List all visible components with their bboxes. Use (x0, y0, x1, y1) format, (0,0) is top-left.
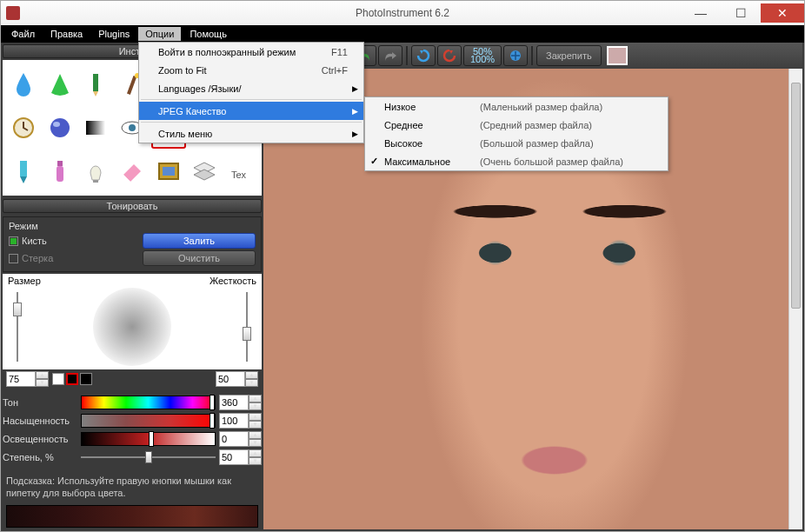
dd-menu-style[interactable]: Стиль меню▶ (139, 124, 363, 143)
tool-marker[interactable] (6, 150, 41, 192)
tool-frame[interactable] (151, 150, 186, 192)
menu-options[interactable]: Опции (138, 27, 181, 41)
svg-rect-0 (93, 74, 98, 91)
dd-quality-medium[interactable]: Среднее (Средний размер файла) (365, 116, 668, 134)
vertical-scrollbar[interactable] (788, 69, 802, 529)
fill-button[interactable]: Залить (143, 233, 256, 249)
zoom-indicator[interactable]: 50% 100% (463, 45, 502, 66)
size-input-box: ▲▼ (6, 371, 49, 387)
hardness-spinner[interactable]: ▲▼ (245, 371, 258, 387)
size-label: Размер (8, 276, 41, 286)
hardness-input[interactable] (216, 371, 245, 387)
sat-input[interactable] (219, 413, 249, 429)
lit-spinner[interactable]: ▲▼ (249, 431, 262, 447)
brush-preview-area: Размер Жесткость (3, 274, 262, 369)
pin-button[interactable]: Закрепить (536, 45, 602, 66)
dd-zoomfit[interactable]: Zoom to FitCtrl+F (139, 61, 363, 79)
amount-label: Степень, % (3, 452, 77, 462)
svg-point-13 (129, 124, 136, 131)
color-preview-strip (6, 505, 258, 528)
brush-checkbox[interactable] (9, 236, 18, 246)
amount-input[interactable] (219, 449, 249, 465)
app-window: PhotoInstrument 6.2 — ☐ ✕ Файл Правка Pl… (0, 0, 805, 532)
lit-input[interactable] (219, 431, 249, 447)
svg-point-9 (50, 118, 70, 137)
titlebar: PhotoInstrument 6.2 — ☐ ✕ (1, 1, 804, 25)
color-section: Тон ▲▼ Насыщенность ▲▼ Освещенность ▲▼ С… (3, 392, 262, 468)
zoom-bottom: 100% (470, 56, 495, 63)
size-slider[interactable] (10, 292, 25, 362)
svg-rect-26 (163, 167, 175, 176)
tool-text[interactable]: Tex (223, 150, 258, 192)
size-input[interactable] (6, 371, 36, 387)
dd-quality-high[interactable]: Высокое (Большой размер файла) (365, 134, 668, 152)
tool-layers[interactable] (188, 150, 223, 192)
dd-jpeg-quality[interactable]: JPEG Качество▶ (139, 102, 363, 120)
dd-fullscreen[interactable]: Войти в полноэкранный режимF11 (139, 43, 363, 61)
menu-file[interactable]: Файл (4, 27, 42, 41)
tool-gradient[interactable] (78, 107, 113, 149)
clear-button[interactable]: Очистить (143, 250, 256, 266)
tone-panel-title: Тонировать (3, 199, 262, 213)
lit-label: Освещенность (3, 434, 77, 444)
svg-rect-1 (127, 76, 136, 95)
hue-label: Тон (3, 397, 77, 408)
svg-text:Tex: Tex (231, 170, 247, 180)
menu-edit[interactable]: Правка (43, 27, 90, 41)
size-spinner[interactable]: ▲▼ (36, 371, 49, 387)
redo-button[interactable] (378, 45, 402, 66)
mode-label: Режим (9, 221, 256, 231)
dd-languages[interactable]: Languages /Языки/▶ (139, 79, 363, 97)
svg-rect-23 (57, 161, 63, 166)
menu-help[interactable]: Помощь (183, 27, 234, 41)
hue-slider[interactable] (81, 396, 216, 409)
amount-slider[interactable] (81, 450, 216, 464)
tool-bottle[interactable] (43, 150, 77, 192)
tool-pencil[interactable] (78, 63, 113, 105)
menubar: Файл Правка Plugins Опции Помощь (1, 25, 804, 43)
svg-rect-21 (20, 161, 27, 176)
window-title: PhotoInstrument 6.2 (1, 7, 804, 19)
tool-bulb[interactable] (78, 150, 113, 192)
swatch-white[interactable] (52, 373, 64, 385)
brush-preview (93, 288, 171, 366)
image-thumbnail[interactable] (607, 46, 628, 65)
mode-section: Режим Кисть Залить Стерка Очистить (3, 216, 262, 272)
hardness-input-box: ▲▼ (216, 371, 258, 387)
tool-cone[interactable] (43, 63, 77, 105)
sat-label: Насыщенность (3, 416, 77, 426)
hardness-label: Жесткость (210, 276, 256, 286)
eraser-checkbox[interactable] (9, 254, 18, 263)
jpeg-quality-submenu: Низкое (Маленький размер файла) Среднее … (364, 96, 669, 171)
tool-sphere[interactable] (43, 107, 77, 149)
svg-rect-24 (93, 180, 98, 183)
zoom-fit-button[interactable] (503, 45, 528, 66)
swatch-black[interactable] (80, 373, 92, 385)
svg-rect-22 (57, 166, 63, 182)
hue-spinner[interactable]: ▲▼ (249, 395, 262, 410)
svg-point-10 (53, 122, 60, 127)
swatch-black-selected[interactable] (66, 373, 78, 385)
tool-clock[interactable] (6, 107, 41, 149)
dd-quality-max[interactable]: Максимальное (Очень большой размер файла… (365, 152, 668, 170)
tool-drop[interactable] (6, 63, 41, 105)
sat-slider[interactable] (81, 414, 216, 428)
lit-slider[interactable] (81, 432, 216, 446)
rotate-right-button[interactable] (437, 45, 462, 66)
brush-label: Кисть (22, 236, 143, 246)
dd-quality-low[interactable]: Низкое (Маленький размер файла) (365, 97, 668, 116)
hint-text: Подсказка: Используйте правую кнопки мыш… (1, 471, 263, 503)
amount-spinner[interactable]: ▲▼ (249, 449, 262, 465)
hue-input[interactable] (219, 395, 249, 410)
hardness-slider[interactable] (239, 292, 255, 362)
brush-value-row: ▲▼ ▲▼ (3, 369, 262, 389)
eraser-label: Стерка (22, 253, 143, 263)
svg-rect-11 (86, 121, 105, 135)
options-dropdown: Войти в полноэкранный режимF11 Zoom to F… (138, 42, 364, 143)
tool-eraser[interactable] (115, 150, 150, 192)
rotate-left-button[interactable] (411, 45, 436, 66)
sat-spinner[interactable]: ▲▼ (249, 413, 262, 429)
menu-plugins[interactable]: Plugins (91, 27, 136, 41)
